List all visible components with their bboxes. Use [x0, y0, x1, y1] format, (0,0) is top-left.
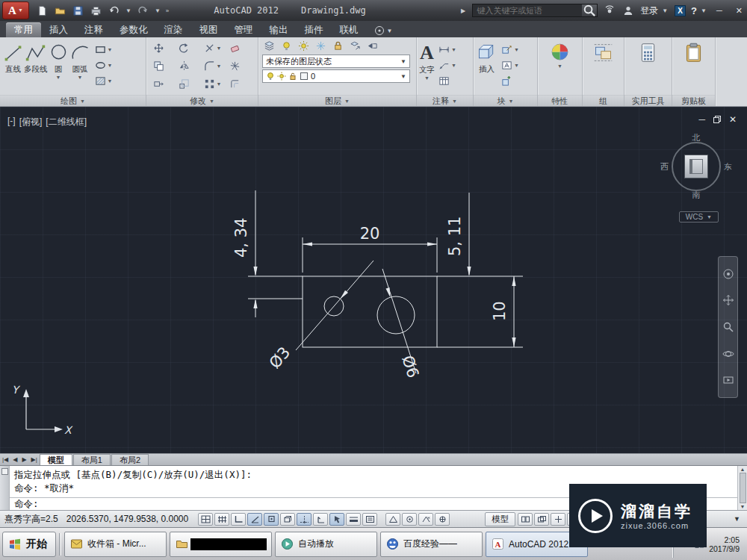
- task-button-censored[interactable]: [170, 532, 272, 557]
- next-layout-arrow[interactable]: ▶: [19, 456, 28, 463]
- showmotion-button[interactable]: [722, 373, 735, 387]
- qp-toggle[interactable]: [362, 513, 377, 526]
- polyline-tool[interactable]: 多段线: [24, 40, 48, 75]
- tab-insert[interactable]: 插入: [41, 22, 76, 37]
- tab-layout2[interactable]: 布局2: [111, 454, 149, 465]
- tab-online[interactable]: 联机: [332, 22, 367, 37]
- snap-toggle[interactable]: [198, 513, 213, 526]
- annotation-scale-button[interactable]: [385, 513, 400, 526]
- osnap-toggle[interactable]: [264, 513, 279, 526]
- tab-render[interactable]: 渲染: [156, 22, 191, 37]
- dim-text-left[interactable]: 4, 34: [232, 218, 250, 258]
- first-layout-arrow[interactable]: |◀: [0, 456, 10, 463]
- task-button-autoplay[interactable]: 自动播放: [275, 532, 377, 557]
- ribbon-minimize-button[interactable]: ▼: [374, 24, 393, 37]
- polar-toggle[interactable]: [247, 513, 262, 526]
- panel-utilities-footer[interactable]: 实用工具: [624, 95, 672, 106]
- dia-text-large[interactable]: Ø6: [398, 353, 422, 380]
- tab-annotate[interactable]: 注释: [76, 22, 111, 37]
- line-tool[interactable]: 直线: [2, 40, 24, 75]
- ellipse-tool[interactable]: ▼: [93, 58, 114, 72]
- scroll-down-arrow[interactable]: ▼: [740, 504, 746, 509]
- layer-isolate-tool[interactable]: [297, 39, 311, 53]
- copy-tool[interactable]: [152, 59, 177, 73]
- grid-toggle[interactable]: [214, 513, 229, 526]
- pan-status-button[interactable]: [551, 513, 565, 526]
- undo-dropdown-caret[interactable]: ▼: [124, 7, 133, 14]
- block-edit-tool[interactable]: ▼: [500, 43, 521, 57]
- layer-state-dropdown[interactable]: 未保存的图层状态 ▼: [262, 55, 410, 68]
- lwt-toggle[interactable]: [346, 513, 361, 526]
- scrollbar-thumb[interactable]: [740, 473, 746, 503]
- ducs-toggle[interactable]: [313, 513, 328, 526]
- infocenter-arrow[interactable]: ▶: [459, 7, 467, 14]
- tab-parametric[interactable]: 参数化: [111, 22, 156, 37]
- ortho-toggle[interactable]: [231, 513, 246, 526]
- table-tool[interactable]: [437, 74, 458, 88]
- pan-button[interactable]: [722, 293, 735, 307]
- quick-view-layouts-button[interactable]: [518, 513, 533, 526]
- hatch-tool[interactable]: ▼: [93, 74, 114, 88]
- view-control[interactable]: [俯视]: [19, 116, 43, 128]
- osnap-3d-toggle[interactable]: [280, 513, 295, 526]
- application-menu-button[interactable]: A▼: [2, 1, 29, 19]
- explode-tool[interactable]: [228, 59, 253, 73]
- dia-text-small[interactable]: Ø3: [266, 343, 294, 372]
- qat-overflow-chevron[interactable]: »: [164, 7, 170, 14]
- save-button[interactable]: [70, 3, 86, 18]
- arc-tool[interactable]: 圆弧 ▼: [69, 40, 91, 79]
- unlock-icon[interactable]: [288, 72, 297, 81]
- block-create-tool[interactable]: [500, 74, 521, 88]
- tab-layout1[interactable]: 布局1: [73, 454, 111, 465]
- help-button[interactable]: ? ▼: [691, 5, 708, 16]
- redo-button[interactable]: [135, 3, 151, 18]
- scale-tool[interactable]: [177, 77, 202, 91]
- trim-tool[interactable]: ▼: [202, 41, 228, 55]
- panel-modify-footer[interactable]: 修改▼: [146, 95, 258, 106]
- fillet-tool[interactable]: ▼: [202, 59, 228, 73]
- erase-tool[interactable]: [228, 41, 253, 55]
- color-swatch-icon[interactable]: [300, 72, 309, 81]
- block-attribute-tool[interactable]: ▼: [500, 58, 521, 72]
- panel-block-footer[interactable]: 块▼: [474, 95, 537, 106]
- tab-home[interactable]: 常用: [6, 22, 41, 37]
- dyn-toggle[interactable]: [329, 513, 344, 526]
- tab-output[interactable]: 输出: [261, 22, 297, 37]
- viewcube-west[interactable]: 西: [660, 161, 669, 172]
- workspace-switch-button[interactable]: [435, 513, 450, 526]
- start-button[interactable]: 开始: [2, 532, 56, 557]
- rectangle-tool[interactable]: ▼: [93, 43, 114, 57]
- tab-model[interactable]: 模型: [40, 454, 72, 465]
- command-window-grip[interactable]: [0, 466, 10, 510]
- panel-properties-footer[interactable]: 特性: [538, 95, 582, 106]
- group-tool[interactable]: [592, 40, 614, 63]
- layer-previous-tool[interactable]: [365, 39, 379, 53]
- panel-groups-footer[interactable]: 组: [583, 95, 624, 106]
- layer-dropdown[interactable]: 0 ▼: [262, 69, 410, 83]
- last-layout-arrow[interactable]: ▶|: [29, 456, 40, 463]
- task-button-baidu[interactable]: 百度经验——: [380, 532, 483, 557]
- viewcube-east[interactable]: 东: [724, 161, 732, 172]
- layer-off-tool[interactable]: [279, 39, 294, 53]
- new-button[interactable]: [34, 3, 50, 18]
- dim-text-height[interactable]: 10: [491, 301, 509, 321]
- calculator-tool[interactable]: [637, 40, 659, 63]
- viewport-menu-control[interactable]: [-]: [7, 116, 16, 128]
- large-circle[interactable]: [377, 296, 415, 334]
- search-button[interactable]: [582, 4, 597, 16]
- drawing-canvas[interactable]: 20 4, 34 5, 11 10 Ø3 Ø6: [0, 107, 747, 453]
- sign-in-button[interactable]: 登录 ▼: [640, 4, 669, 17]
- taskbar-clock[interactable]: 2:05 2017/9/9: [709, 535, 740, 553]
- layer-freeze-tool[interactable]: [314, 39, 328, 53]
- open-button[interactable]: [52, 3, 68, 18]
- paste-tool[interactable]: [683, 40, 704, 63]
- mirror-tool[interactable]: [177, 59, 202, 73]
- minimize-button[interactable]: ─: [716, 6, 722, 15]
- viewcube-north[interactable]: 北: [692, 132, 701, 143]
- close-button[interactable]: ✕: [736, 6, 743, 16]
- prev-layout-arrow[interactable]: ◀: [10, 456, 19, 463]
- rotate-tool[interactable]: [177, 41, 202, 55]
- drawing-viewport[interactable]: 20 4, 34 5, 11 10 Ø3 Ø6 [-] [俯视] [二维线框] …: [0, 107, 747, 453]
- panel-draw-footer[interactable]: 绘图▼: [0, 95, 146, 106]
- leader-small-circle[interactable]: [296, 261, 374, 350]
